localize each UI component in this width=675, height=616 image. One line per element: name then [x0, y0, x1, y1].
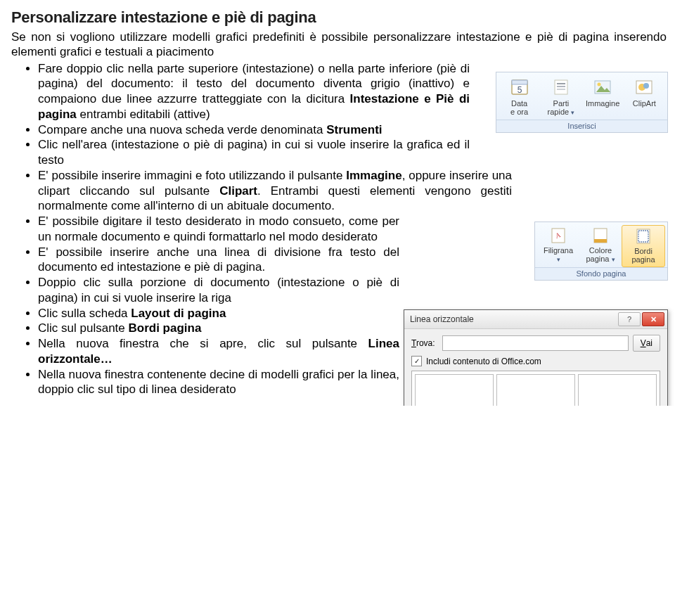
watermark-icon: A	[539, 226, 578, 245]
list-item: E' possibile inserire immagini e foto ut…	[38, 168, 667, 214]
include-office-checkbox[interactable]: ✓ Includi contenuto di Office.com	[411, 356, 660, 366]
ribbon-group-label: Sfondo pagina	[535, 267, 667, 280]
svg-text:5: 5	[517, 85, 522, 95]
svg-rect-17	[637, 229, 650, 243]
ribbon-group-label: Inserisci	[496, 120, 667, 132]
ribbon-btn-data-e-ora[interactable]: 5 Data e ora	[499, 75, 540, 120]
text: Nella nuova finestra contenente decine d…	[38, 368, 399, 397]
clipart-icon	[625, 77, 664, 98]
ribbon-btn-immagine[interactable]: Immagine	[582, 75, 624, 120]
ribbon-label: Colore pagina	[586, 246, 612, 263]
pagecolor-icon	[581, 226, 620, 245]
text: Clic sulla scheda	[38, 307, 131, 320]
ribbon-group-inserisci: 5 Data e ora Parti rapide ▾ Immagine Cli…	[496, 72, 668, 133]
dialog-title: Linea orizzontale	[410, 314, 617, 324]
svg-rect-4	[557, 83, 565, 84]
ribbon-group-sfondo-pagina: A Filigrana▾ Colore pagina ▾ Bordi pagin…	[534, 222, 668, 281]
dialog-linea-orizzontale: Linea orizzontale ? ✕ Trova: Vai ✓ Inclu…	[404, 309, 668, 406]
list-item: Clic nell'area (intestazione o piè di pa…	[38, 137, 667, 168]
chevron-down-icon: ▾	[612, 256, 615, 263]
line-style-swatch[interactable]	[496, 374, 575, 406]
svg-rect-1	[512, 80, 527, 84]
chevron-down-icon: ▾	[557, 256, 560, 263]
ribbon-btn-clipart[interactable]: ClipArt	[624, 75, 665, 120]
text: Compare anche una nuova scheda verde den…	[38, 123, 326, 136]
find-label: Trova:	[411, 338, 442, 348]
pageborders-icon	[624, 227, 663, 245]
intro-paragraph: Se non si vogliono utilizzare modelli gr…	[11, 30, 667, 60]
find-input[interactable]	[442, 335, 629, 351]
help-icon: ?	[627, 315, 631, 323]
svg-point-9	[598, 83, 601, 86]
svg-rect-6	[557, 89, 565, 90]
text-bold: Strumenti	[326, 123, 382, 136]
ribbon-label: Data e ora	[500, 99, 539, 116]
text-bold: Clipart	[219, 184, 257, 198]
ribbon-label: Filigrana	[544, 246, 573, 255]
ribbon-btn-bordi-pagina[interactable]: Bordi pagina	[622, 225, 665, 267]
quickparts-icon	[541, 77, 580, 98]
checkbox-icon: ✓	[411, 356, 422, 366]
text-bold: Layout di pagina	[131, 307, 226, 320]
line-style-gallery	[411, 371, 660, 406]
page-title: Personalizzare intestazione e piè di pag…	[11, 8, 667, 27]
text: Doppio clic sulla porzione di documento …	[38, 276, 399, 304]
line-style-swatch[interactable]	[578, 374, 657, 406]
text: E' possibile inserire anche una linea di…	[38, 245, 399, 274]
svg-point-12	[643, 83, 649, 89]
ribbon-btn-parti-rapide[interactable]: Parti rapide ▾	[540, 75, 581, 120]
text: entrambi editabili (attive)	[77, 108, 210, 121]
svg-rect-5	[557, 86, 565, 87]
help-button[interactable]: ?	[618, 312, 641, 326]
picture-icon	[584, 77, 622, 98]
ribbon-label: Bordi pagina	[624, 247, 663, 264]
include-label: Includi contenuto di Office.com	[426, 357, 541, 366]
calendar-icon: 5	[500, 77, 539, 98]
close-icon: ✕	[650, 315, 657, 324]
text: Clic sul pulsante	[38, 321, 129, 335]
text: E' possibile digitare il testo desiderat…	[38, 214, 399, 243]
ribbon-label: Parti rapide	[548, 99, 570, 116]
chevron-down-icon: ▾	[571, 109, 574, 116]
ribbon-label: ClipArt	[625, 99, 664, 108]
ribbon-label: Immagine	[584, 99, 622, 108]
text: Clic nell'area (intestazione o piè di pa…	[38, 138, 470, 167]
go-button[interactable]: Vai	[633, 335, 660, 352]
dialog-titlebar[interactable]: Linea orizzontale ? ✕	[404, 310, 667, 329]
text-bold: Immagine	[346, 169, 401, 182]
close-button[interactable]: ✕	[642, 312, 664, 326]
text: E' possibile inserire immagini e foto ut…	[38, 169, 346, 182]
ribbon-btn-filigrana[interactable]: A Filigrana▾	[537, 225, 579, 267]
ribbon-btn-colore-pagina[interactable]: Colore pagina ▾	[579, 225, 622, 267]
svg-rect-16	[594, 239, 607, 243]
text-bold: Bordi pagina	[129, 321, 202, 335]
text: Nella nuova finestra che si apre, clic s…	[38, 337, 368, 350]
line-style-swatch[interactable]	[415, 374, 494, 406]
